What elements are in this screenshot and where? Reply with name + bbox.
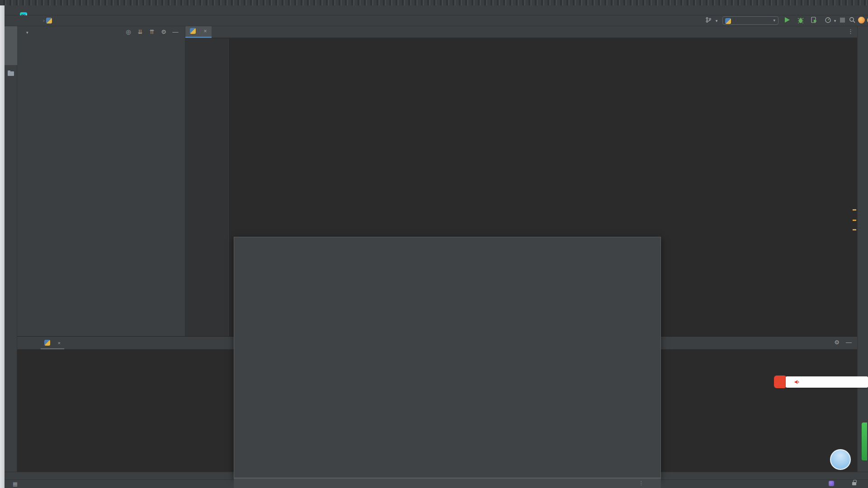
tool-window-button-project[interactable] [5, 26, 17, 65]
grid-icon[interactable]: ▦ [13, 481, 18, 487]
capture-edge-strip [0, 5, 5, 488]
run-with-coverage-button[interactable] [810, 17, 818, 25]
run-panel-header-icons: ⚙— [828, 339, 852, 346]
settings-icon[interactable]: ⚙ [834, 339, 840, 346]
project-tool-window: ▾ ◎⇊⇈⚙— [17, 26, 185, 336]
speaker-icon[interactable] [794, 379, 800, 386]
breadcrumb-separator: › [43, 18, 45, 23]
project-panel-header: ▾ ◎⇊⇈⚙— [17, 26, 185, 38]
left-tool-stripe [5, 26, 17, 472]
debug-button[interactable] [797, 17, 805, 25]
menu-bar: PC [5, 5, 868, 15]
plugin-orange-icon[interactable] [857, 17, 865, 25]
chevron-down-icon[interactable]: ▾ [712, 17, 721, 25]
screen-recorder-widget[interactable] [862, 422, 867, 460]
completion-hint-bar: ⋮ [234, 478, 661, 488]
stop-button [838, 17, 846, 25]
lock-icon[interactable] [852, 482, 856, 485]
navigation-bar: › ▾ ▾ ▾ [5, 15, 868, 26]
locate-icon[interactable]: ◎ [123, 26, 134, 38]
capture-artifact-strip [0, 0, 868, 5]
minimize-icon[interactable]: — [846, 339, 852, 346]
commit-icon[interactable] [8, 70, 17, 78]
more-icon[interactable]: ⋮ [639, 479, 644, 488]
editor-gutter [185, 38, 229, 336]
scrollbar-warning-mark [853, 229, 856, 230]
hide-icon[interactable]: — [170, 26, 181, 38]
python-file-icon [46, 18, 52, 23]
recording-timer-bubble [830, 449, 851, 470]
pycharm-window: PC › ▾ ▾ ▾ [0, 0, 868, 488]
close-icon[interactable]: × [57, 340, 60, 346]
status-widgets [820, 481, 856, 486]
python-config-icon [725, 18, 731, 24]
vcs-update-icon[interactable] [704, 17, 712, 25]
editor-tab-char-model[interactable]: × [185, 26, 212, 38]
project-panel-toolbar: ◎⇊⇈⚙— [123, 26, 181, 38]
run-tab-char-model[interactable]: × [41, 338, 64, 349]
right-tool-stripe [857, 26, 868, 472]
python-file-icon [44, 340, 50, 346]
editor-tab-bar: × ⋮ [185, 26, 857, 38]
code-completion-popup [234, 237, 661, 478]
run-button[interactable] [783, 17, 791, 25]
run-configuration-select[interactable]: ▾ [722, 16, 778, 25]
expand-all-icon[interactable]: ⇊ [134, 26, 146, 38]
scrollbar-warning-mark [853, 220, 856, 221]
sogou-logo-icon[interactable] [774, 375, 787, 388]
ide-status-icon[interactable] [829, 481, 834, 486]
close-icon[interactable]: × [203, 28, 207, 34]
scrollbar-warning-mark [853, 209, 856, 211]
sogou-icon-bar[interactable] [786, 376, 868, 388]
plugin-blue-icon[interactable] [866, 17, 868, 25]
editor-options-icon[interactable]: ⋮ [848, 28, 854, 35]
collapse-all-icon[interactable]: ⇈ [146, 26, 158, 38]
search-everywhere-icon[interactable] [848, 17, 856, 25]
chevron-down-icon[interactable]: ▾ [26, 30, 28, 35]
chevron-down-icon: ▾ [773, 17, 775, 24]
settings-icon[interactable]: ⚙ [158, 26, 170, 38]
python-file-icon [190, 28, 196, 34]
